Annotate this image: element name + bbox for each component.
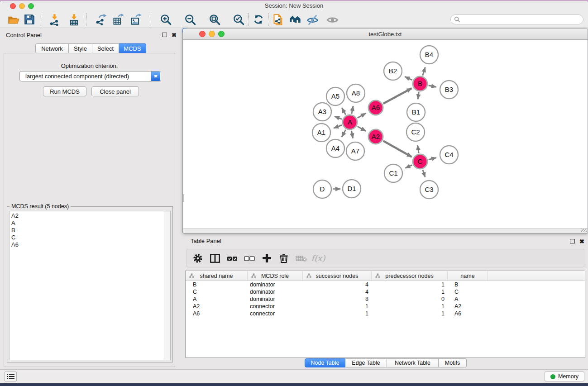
graph-edge-B-B4[interactable] [423,67,425,76]
table-row[interactable]: Bdominator41B [186,281,585,288]
zoom-out-button[interactable] [182,12,198,27]
application-window: Session: New Session [0,1,588,383]
close-traffic-light[interactable] [10,3,16,9]
table-row[interactable]: A6connector11A6 [186,310,585,317]
optimization-criterion-dropdown[interactable]: largest connected component (directed) [19,71,161,81]
tab-edge-table[interactable]: Edge Table [345,358,387,367]
network-canvas[interactable]: B4B2BB3A8A5A6A3B1AA1C2A2A4A7C4CC1DD1C3 [183,40,588,229]
tab-mcds[interactable]: MCDS [119,43,146,53]
table-float-panel-icon[interactable] [570,239,575,243]
cell-successor-nodes: 8 [303,295,372,303]
column-header-MCDS-role[interactable]: MCDS role [248,271,303,281]
search-field[interactable] [450,14,583,24]
graph-edge-C-C2[interactable] [417,145,419,153]
cell-shared-name: A [186,295,248,303]
column-header-name[interactable]: name [448,271,488,281]
result-item-c[interactable]: C [11,234,170,241]
result-list-scrollbar[interactable] [164,211,170,360]
column-header-predecessor-nodes[interactable]: predecessor nodes [372,271,448,281]
tab-network[interactable]: Network [35,43,69,53]
close-panel-icon[interactable]: ✖ [172,32,177,38]
zoom-fit-icon [209,14,221,26]
graph-edge-A2-C[interactable] [383,141,412,157]
new-network-from-selection-button[interactable] [270,12,286,27]
task-history-button[interactable] [5,372,17,381]
hide-selected-button[interactable] [304,12,320,27]
network-window-titlebar[interactable]: testGlobe.txt [183,29,588,40]
table-panel-tabs: Node TableEdge TableNetwork TableMotifs [305,358,467,367]
open-session-button[interactable] [5,12,21,27]
add-column-button[interactable] [260,252,273,265]
tab-style[interactable]: Style [69,43,92,53]
table-row[interactable]: A2connector11A2 [186,303,585,310]
graph-edge-C-C3[interactable] [423,170,425,177]
minimize-traffic-light[interactable] [19,3,25,9]
graph-edge-A6-B[interactable] [383,88,412,104]
table-row[interactable]: Cdominator41C [186,288,585,295]
zoom-in-button[interactable] [158,12,174,27]
tab-node-table[interactable]: Node Table [305,358,345,367]
network-close-traffic-light[interactable] [199,31,206,37]
run-mcds-button[interactable]: Run MCDS [43,86,86,96]
graph-edge-C-C1[interactable] [406,165,412,168]
column-header-label: name [460,273,474,279]
first-neighbors-button[interactable] [287,12,303,27]
import-table-button[interactable] [66,12,82,27]
network-minimize-traffic-light[interactable] [209,31,215,37]
close-panel-button[interactable]: Close panel [91,86,139,96]
graph-edge-A-A2[interactable] [358,126,366,131]
graph-edge-A-A5[interactable] [342,108,346,114]
graph-edge-A-A7[interactable] [352,131,353,138]
tab-select[interactable]: Select [92,43,119,53]
graph-edge-B-B2[interactable] [405,76,412,80]
graph-edge-B-B1[interactable] [418,92,419,100]
tab-network-table[interactable]: Network Table [387,358,439,367]
result-item-a6[interactable]: A6 [11,241,170,248]
delete-columns-button[interactable] [277,252,290,265]
search-input[interactable] [460,15,583,24]
graph-edge-C-C4[interactable] [429,158,436,160]
tab-motifs[interactable]: Motifs [439,358,467,367]
table-close-panel-icon[interactable]: ✖ [579,238,584,244]
refresh-button[interactable] [250,12,267,27]
select-all-icon [226,253,238,264]
delete-table-button[interactable] [295,252,307,265]
network-document-icon [272,14,284,26]
result-item-a2[interactable]: A2 [11,212,170,219]
window-resize-grip[interactable] [581,229,587,232]
column-header-shared-name[interactable]: shared name [186,271,248,281]
import-network-button[interactable] [46,12,62,27]
show-all-button[interactable] [324,12,340,27]
graph-edge-A-A6[interactable] [358,113,366,118]
deselect-all-rows-button[interactable] [243,252,256,265]
table-row[interactable]: Adominator80A [186,295,585,303]
export-image-button[interactable] [128,12,144,27]
zoom-fit-button[interactable] [206,12,223,27]
graph-edge-A-A3[interactable] [335,116,342,119]
mcds-result-list[interactable]: A2ABCA6 [9,211,171,360]
select-all-rows-button[interactable] [226,252,239,265]
network-zoom-traffic-light[interactable] [218,31,225,37]
apply-function-button[interactable]: f(x) [312,252,325,265]
show-columns-button[interactable] [209,252,221,265]
network-graph[interactable]: B4B2BB3A8A5A6A3B1AA1C2A2A4A7C4CC1DD1C3 [183,40,588,229]
column-header-successor-nodes[interactable]: successor nodes [303,271,372,281]
splitter-handle[interactable] [183,194,184,202]
graph-edge-B-B3[interactable] [429,86,436,87]
eye-slash-icon [306,14,319,26]
memory-button[interactable]: Memory [545,372,584,381]
memory-status-icon [550,374,555,379]
zoom-selected-button[interactable] [230,12,247,27]
save-session-button[interactable] [21,12,38,27]
result-item-a[interactable]: A [11,219,170,227]
table-options-button[interactable] [191,252,204,265]
graph-node-label-A3: A3 [318,108,326,115]
zoom-traffic-light[interactable] [28,3,34,9]
export-table-button[interactable] [110,12,126,27]
graph-edge-A-A4[interactable] [342,130,346,137]
float-panel-icon[interactable] [162,33,167,37]
export-network-button[interactable] [93,12,109,27]
graph-edge-A-A8[interactable] [352,106,353,114]
result-item-b[interactable]: B [11,227,170,234]
graph-edge-A-A1[interactable] [334,125,342,129]
